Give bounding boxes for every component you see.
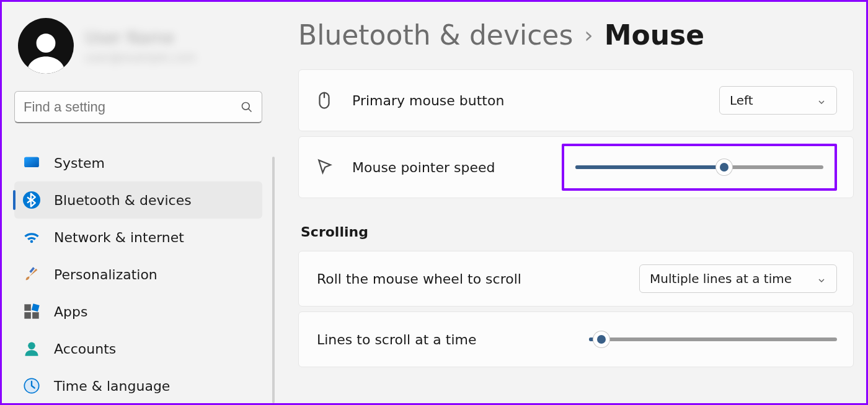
nav: System Bluetooth & devices Network & int… [14,144,275,404]
roll-wheel-select[interactable]: Multiple lines at a time [639,264,837,293]
select-value: Left [730,93,753,108]
lines-scroll-slider[interactable] [589,332,837,347]
setting-label: Primary mouse button [352,93,719,108]
svg-rect-4 [24,157,38,167]
breadcrumb: Bluetooth & devices › Mouse [298,19,854,51]
setting-row-lines-scroll: Lines to scroll at a time [298,311,854,367]
svg-rect-8 [32,303,40,311]
bluetooth-icon [23,191,40,209]
sidebar: User Name user@example.com System Blue [2,2,275,403]
page-title: Mouse [604,19,704,51]
sidebar-item-label: Personalization [54,267,157,282]
sidebar-item-label: Time & language [54,378,170,394]
svg-point-1 [242,102,250,110]
mouse-icon [315,91,334,110]
slider-thumb[interactable] [593,331,609,347]
sidebar-item-label: Network & internet [54,230,184,245]
profile-text: User Name user@example.com [85,28,196,64]
chevron-down-icon [817,95,826,105]
setting-label: Roll the mouse wheel to scroll [315,271,639,287]
svg-point-11 [28,342,35,350]
pointer-speed-slider[interactable] [575,160,823,175]
profile-block[interactable]: User Name user@example.com [14,13,275,91]
highlighted-region [562,144,837,191]
main-panel: Bluetooth & devices › Mouse Primary mous… [275,2,866,403]
search-input[interactable] [24,99,241,115]
sidebar-item-accounts[interactable]: Accounts [14,330,262,367]
setting-row-pointer-speed: Mouse pointer speed [298,136,854,198]
profile-sub: user@example.com [85,51,196,64]
sidebar-item-system[interactable]: System [14,144,262,181]
slider-thumb[interactable] [716,159,732,175]
sidebar-item-label: Apps [54,304,87,320]
setting-row-roll-wheel: Roll the mouse wheel to scroll Multiple … [298,251,854,307]
person-icon [23,340,40,357]
svg-line-2 [249,108,252,111]
system-icon [23,154,40,172]
clock-globe-icon [23,377,40,394]
wifi-icon [23,229,40,246]
select-value: Multiple lines at a time [650,271,792,286]
cursor-icon [315,158,334,176]
primary-mouse-button-select[interactable]: Left [719,86,837,115]
search-box[interactable] [14,91,262,123]
search-icon [241,101,253,113]
chevron-down-icon [817,274,826,284]
sidebar-scrollbar[interactable] [272,157,275,403]
apps-icon [23,303,40,320]
sidebar-item-network[interactable]: Network & internet [14,219,262,256]
svg-rect-10 [32,312,38,319]
sidebar-item-label: Bluetooth & devices [54,193,192,208]
sidebar-item-time-language[interactable]: Time & language [14,367,262,404]
avatar [18,18,74,74]
svg-point-0 [37,33,56,53]
sidebar-item-apps[interactable]: Apps [14,293,262,330]
setting-row-primary-mouse-button: Primary mouse button Left [298,69,854,131]
sidebar-item-label: Accounts [54,341,116,357]
sidebar-item-bluetooth-devices[interactable]: Bluetooth & devices [14,181,262,219]
setting-label: Mouse pointer speed [352,160,562,175]
setting-label: Lines to scroll at a time [315,332,589,347]
svg-rect-7 [24,304,31,311]
sidebar-item-label: System [54,155,105,171]
profile-name: User Name [85,28,196,47]
svg-rect-9 [24,312,31,319]
breadcrumb-parent[interactable]: Bluetooth & devices [298,19,573,51]
sidebar-item-personalization[interactable]: Personalization [14,256,262,293]
section-heading-scrolling: Scrolling [301,224,854,240]
brush-icon [23,266,40,283]
chevron-right-icon: › [584,22,593,48]
